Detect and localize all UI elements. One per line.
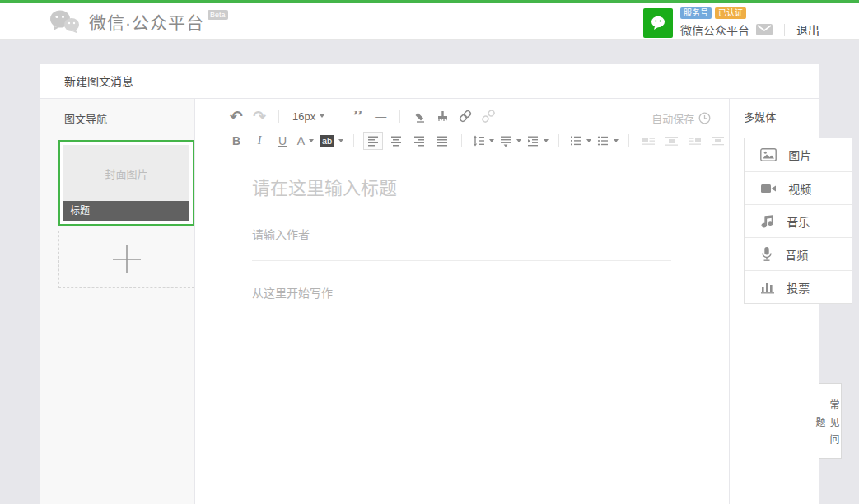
eraser-button[interactable] bbox=[409, 107, 429, 125]
toolbar-separator bbox=[628, 134, 629, 147]
chevron-down-icon bbox=[320, 114, 324, 118]
mail-icon[interactable] bbox=[756, 24, 773, 35]
cover-placeholder-label: 封面图片 bbox=[105, 166, 147, 181]
line-height-icon bbox=[472, 134, 485, 147]
author-divider bbox=[252, 260, 671, 261]
image-align-center-button[interactable] bbox=[661, 132, 681, 150]
brand-link[interactable]: 微信·公众平台 Beta bbox=[48, 8, 228, 35]
wechat-logo-icon bbox=[48, 8, 81, 35]
autosave-label: 自动保存 bbox=[651, 110, 694, 126]
media-item-audio[interactable]: 音频 bbox=[745, 237, 852, 270]
wechat-bubble-icon bbox=[648, 13, 668, 33]
media-item-video[interactable]: 视频 bbox=[745, 171, 852, 204]
beta-badge: Beta bbox=[208, 10, 228, 20]
indent-icon bbox=[526, 134, 539, 147]
image-icon bbox=[760, 148, 777, 161]
chevron-down-icon bbox=[516, 139, 521, 142]
indent-dropdown[interactable] bbox=[525, 132, 549, 150]
service-account-badge: 服务号 bbox=[680, 7, 712, 19]
editor-toolbar: ↶ ↷ 16px ” — bbox=[195, 99, 729, 152]
media-item-music[interactable]: 音乐 bbox=[745, 204, 852, 237]
account-avatar[interactable] bbox=[643, 8, 673, 38]
align-center-button[interactable] bbox=[386, 132, 406, 150]
image-align-block-button[interactable] bbox=[707, 132, 727, 150]
chevron-down-icon bbox=[586, 139, 591, 142]
font-size-dropdown[interactable]: 16px bbox=[288, 107, 329, 125]
article-body-input[interactable]: 从这里开始写作 bbox=[252, 284, 671, 301]
paragraph-spacing-icon bbox=[499, 134, 512, 147]
account-name: 微信公众平台 bbox=[680, 21, 749, 38]
image-align-right-button[interactable] bbox=[684, 132, 704, 150]
chevron-down-icon bbox=[338, 139, 343, 142]
add-article-button[interactable] bbox=[58, 231, 194, 288]
article-item-selected[interactable]: 封面图片 标题 bbox=[58, 140, 194, 226]
toolbar-separator bbox=[461, 134, 462, 147]
italic-button[interactable]: I bbox=[250, 132, 269, 150]
undo-button[interactable]: ↶ bbox=[226, 107, 246, 125]
media-list: 图片 视频 bbox=[744, 138, 852, 304]
cover-image-placeholder[interactable]: 封面图片 bbox=[63, 145, 189, 201]
ordered-list-dropdown[interactable] bbox=[568, 132, 592, 150]
clock-icon bbox=[698, 112, 711, 124]
article-title-input[interactable]: 请在这里输入标题 bbox=[252, 173, 671, 199]
verified-badge: 已认证 bbox=[715, 7, 746, 19]
image-align-right-icon bbox=[688, 135, 702, 147]
align-justify-icon bbox=[436, 134, 449, 147]
editor-content: 请在这里输入标题 请输入作者 从这里开始写作 bbox=[195, 152, 729, 301]
media-item-image[interactable]: 图片 bbox=[745, 138, 852, 171]
article-item-title: 标题 bbox=[63, 201, 189, 221]
align-right-button[interactable] bbox=[409, 132, 429, 150]
line-height-dropdown[interactable] bbox=[471, 132, 495, 150]
align-right-icon bbox=[413, 134, 426, 147]
logout-link[interactable]: 退出 bbox=[796, 21, 819, 38]
format-painter-button[interactable] bbox=[432, 107, 452, 125]
plus-icon bbox=[110, 242, 144, 277]
unlink-icon bbox=[481, 109, 496, 124]
unordered-list-dropdown[interactable] bbox=[595, 132, 619, 150]
header: 微信·公众平台 Beta 服务号 已认证 微信公众平台 bbox=[0, 3, 859, 40]
toolbar-row-2: B I U A ab bbox=[225, 130, 729, 152]
editor-area: 自动保存 ↶ ↷ 16px ” — bbox=[195, 99, 729, 504]
media-item-poll[interactable]: 投票 bbox=[745, 270, 852, 303]
media-panel-title: 多媒体 bbox=[744, 109, 852, 124]
chevron-down-icon bbox=[544, 139, 549, 142]
article-author-input[interactable]: 请输入作者 bbox=[252, 226, 671, 242]
align-center-icon bbox=[390, 134, 403, 147]
chevron-down-icon bbox=[489, 139, 494, 142]
align-justify-button[interactable] bbox=[432, 132, 452, 150]
font-color-dropdown[interactable]: A bbox=[296, 132, 315, 150]
poll-icon bbox=[760, 280, 775, 294]
paragraph-spacing-dropdown[interactable] bbox=[498, 132, 522, 150]
nav-panel-title: 图文导航 bbox=[58, 110, 194, 126]
music-icon bbox=[760, 214, 775, 229]
faq-button[interactable]: 常见问题 bbox=[819, 383, 842, 459]
highlight-color-dropdown[interactable]: ab bbox=[319, 132, 344, 150]
chevron-down-icon bbox=[614, 139, 619, 142]
image-align-block-icon bbox=[711, 135, 725, 147]
main-card: 新建图文消息 图文导航 封面图片 标题 自动保存 bbox=[40, 64, 819, 504]
header-separator bbox=[784, 24, 785, 36]
redo-button[interactable]: ↷ bbox=[250, 107, 269, 125]
image-align-left-button[interactable] bbox=[638, 132, 658, 150]
remove-link-button[interactable] bbox=[479, 107, 498, 125]
align-left-button[interactable] bbox=[363, 132, 383, 150]
audio-icon bbox=[760, 246, 773, 262]
bold-button[interactable]: B bbox=[226, 132, 246, 150]
underline-button[interactable]: U bbox=[273, 132, 292, 150]
insert-link-button[interactable] bbox=[455, 107, 475, 125]
account-area: 服务号 已认证 微信公众平台 退出 bbox=[643, 7, 819, 38]
horizontal-rule-button[interactable]: — bbox=[371, 107, 390, 125]
blockquote-button[interactable]: ” bbox=[348, 110, 367, 122]
toolbar-separator bbox=[558, 134, 559, 147]
article-nav-panel: 图文导航 封面图片 标题 bbox=[40, 99, 195, 504]
align-left-icon bbox=[366, 134, 380, 147]
toolbar-separator bbox=[338, 110, 338, 123]
toolbar-separator bbox=[278, 110, 279, 123]
link-icon bbox=[458, 109, 473, 124]
image-align-center-icon bbox=[665, 135, 679, 147]
ordered-list-icon bbox=[569, 134, 582, 147]
brand-title: 微信·公众平台 bbox=[89, 9, 204, 34]
toolbar-separator bbox=[353, 134, 354, 147]
toolbar-separator bbox=[399, 110, 400, 123]
autosave-status: 自动保存 bbox=[651, 110, 711, 126]
